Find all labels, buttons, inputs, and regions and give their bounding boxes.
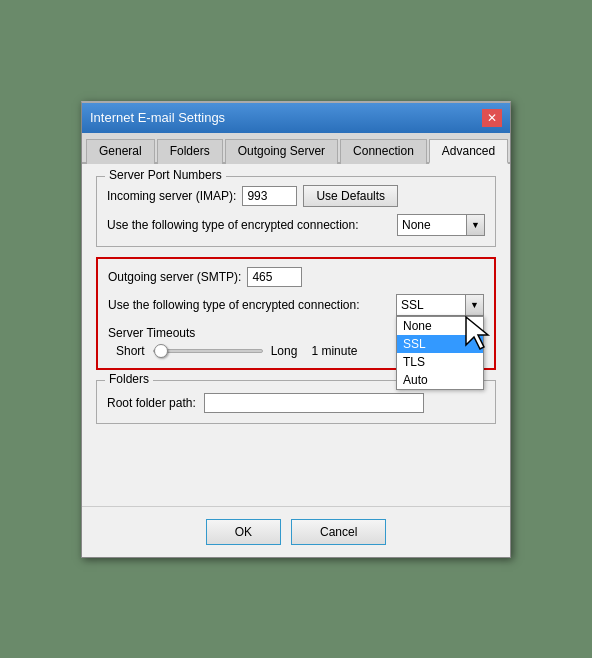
incoming-label: Incoming server (IMAP): bbox=[107, 189, 236, 203]
use-defaults-button[interactable]: Use Defaults bbox=[303, 185, 398, 207]
tab-connection[interactable]: Connection bbox=[340, 139, 427, 164]
incoming-encrypt-value: None bbox=[402, 218, 431, 232]
slider-thumb[interactable] bbox=[154, 344, 168, 358]
outgoing-encrypt-label: Use the following type of encrypted conn… bbox=[108, 298, 396, 312]
dropdown-option-auto[interactable]: Auto bbox=[397, 371, 483, 389]
timeout-slider[interactable] bbox=[153, 349, 263, 353]
tab-folders[interactable]: Folders bbox=[157, 139, 223, 164]
root-folder-row: Root folder path: bbox=[107, 393, 485, 413]
incoming-encrypt-arrow[interactable]: ▼ bbox=[467, 214, 485, 236]
incoming-encrypt-select[interactable]: None bbox=[397, 214, 467, 236]
incoming-row: Incoming server (IMAP): Use Defaults bbox=[107, 185, 485, 207]
outgoing-encrypt-value: SSL bbox=[401, 298, 424, 312]
dropdown-option-tls[interactable]: TLS bbox=[397, 353, 483, 371]
server-port-legend: Server Port Numbers bbox=[105, 168, 226, 182]
tab-general[interactable]: General bbox=[86, 139, 155, 164]
root-folder-label: Root folder path: bbox=[107, 396, 196, 410]
incoming-encrypt-row: Use the following type of encrypted conn… bbox=[107, 214, 485, 236]
outgoing-label: Outgoing server (SMTP): bbox=[108, 270, 241, 284]
outgoing-port-input[interactable] bbox=[247, 267, 302, 287]
server-port-numbers-section: Server Port Numbers Incoming server (IMA… bbox=[96, 176, 496, 247]
dialog-window: Internet E-mail Settings ✕ General Folde… bbox=[81, 101, 511, 558]
dropdown-option-ssl[interactable]: SSL bbox=[397, 335, 483, 353]
folders-legend: Folders bbox=[105, 372, 153, 386]
outgoing-row: Outgoing server (SMTP): bbox=[108, 267, 484, 287]
content-area: Server Port Numbers Incoming server (IMA… bbox=[82, 164, 510, 506]
outgoing-encrypt-select-wrapper: SSL ▼ None SSL TLS Auto bbox=[396, 294, 484, 316]
cancel-button[interactable]: Cancel bbox=[291, 519, 386, 545]
incoming-encrypt-select-wrapper: None ▼ bbox=[397, 214, 485, 236]
dialog-title: Internet E-mail Settings bbox=[90, 110, 225, 125]
long-label: Long bbox=[271, 344, 298, 358]
time-value: 1 minute bbox=[311, 344, 357, 358]
encrypt-dropdown: None SSL TLS Auto bbox=[396, 316, 484, 390]
outgoing-encrypt-row: Use the following type of encrypted conn… bbox=[108, 294, 484, 316]
dropdown-option-none[interactable]: None bbox=[397, 317, 483, 335]
spacer bbox=[96, 434, 496, 494]
root-folder-input[interactable] bbox=[204, 393, 424, 413]
bottom-bar: OK Cancel bbox=[82, 506, 510, 557]
close-icon: ✕ bbox=[487, 111, 497, 125]
incoming-encrypt-label: Use the following type of encrypted conn… bbox=[107, 218, 397, 232]
outgoing-section: Outgoing server (SMTP): Use the followin… bbox=[96, 257, 496, 370]
outgoing-encrypt-select[interactable]: SSL bbox=[396, 294, 466, 316]
close-button[interactable]: ✕ bbox=[482, 109, 502, 127]
outgoing-encrypt-arrow[interactable]: ▼ bbox=[466, 294, 484, 316]
ok-button[interactable]: OK bbox=[206, 519, 281, 545]
tab-advanced[interactable]: Advanced bbox=[429, 139, 508, 164]
tab-outgoing-server[interactable]: Outgoing Server bbox=[225, 139, 338, 164]
tab-bar: General Folders Outgoing Server Connecti… bbox=[82, 133, 510, 164]
title-bar: Internet E-mail Settings ✕ bbox=[82, 103, 510, 133]
short-label: Short bbox=[116, 344, 145, 358]
incoming-port-input[interactable] bbox=[242, 186, 297, 206]
